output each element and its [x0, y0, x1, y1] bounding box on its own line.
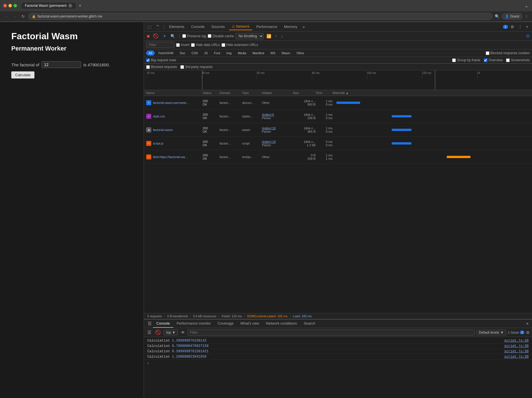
tab-sources[interactable]: Sources	[209, 23, 228, 30]
close-window-button[interactable]	[3, 4, 7, 7]
type-img-button[interactable]: Img	[224, 51, 234, 56]
issue-badge[interactable]: 1 Issue 1	[508, 331, 524, 334]
hide-data-urls-checkbox[interactable]: Hide data URLs	[191, 43, 220, 47]
browser-tab-active[interactable]: Factorial Wasm (permanent ×	[21, 3, 76, 9]
tab-whats-new[interactable]: What's new	[237, 320, 262, 328]
element-picker-icon[interactable]: ⬚	[146, 24, 153, 30]
group-by-frame-checkbox[interactable]: Group by frame	[452, 58, 480, 62]
type-wasm-button[interactable]: Wasm	[279, 51, 293, 56]
type-other-button[interactable]: Other	[294, 51, 307, 56]
new-tab-button[interactable]: +	[77, 2, 84, 9]
filter-icon[interactable]: ▼	[161, 33, 168, 39]
guest-button[interactable]: 👤 Guest	[502, 13, 522, 19]
invert-checkbox[interactable]: Invert	[176, 43, 189, 47]
console-filter-input[interactable]	[188, 329, 475, 336]
console-expand-chevron[interactable]: ›	[144, 360, 532, 366]
console-settings-icon[interactable]: ⚙	[526, 330, 530, 335]
search-icon[interactable]: 🔍	[169, 33, 176, 39]
third-party-input[interactable]	[180, 65, 184, 69]
console-sidebar-icon[interactable]: ☰	[146, 320, 153, 327]
network-table[interactable]: Name Status Domain Type Initiator Size T…	[144, 90, 532, 313]
tab-performance[interactable]: Performance	[253, 23, 280, 30]
hide-ext-urls-input[interactable]	[222, 43, 225, 47]
log-link[interactable]: script.js:30	[504, 339, 529, 343]
devtools-more-icon[interactable]: ⋮	[517, 24, 524, 30]
record-button[interactable]: ⏺	[146, 34, 150, 38]
table-row[interactable]: ▦ factorial.wasm 200OK factori... wasm (…	[144, 123, 532, 137]
import-icon[interactable]: ↓	[280, 33, 284, 39]
log-link[interactable]: script.js:30	[504, 349, 529, 353]
nav-refresh-button[interactable]: ↻	[20, 14, 26, 19]
overview-input[interactable]	[484, 58, 487, 62]
disable-cache-checkbox[interactable]: Disable cache	[208, 34, 234, 38]
table-row[interactable]: ≡ factorial-wasm-permane... 200OK factor…	[144, 96, 532, 110]
screenshots-checkbox[interactable]: Screenshots	[506, 58, 530, 62]
blocked-requests-input[interactable]	[146, 65, 150, 69]
tab-console-bottom[interactable]: Console	[153, 320, 173, 328]
clear-console-button[interactable]: 🚫	[154, 329, 162, 336]
nav-forward-button[interactable]: →	[12, 14, 18, 19]
big-request-rows-checkbox[interactable]: Big request rows	[146, 58, 176, 62]
tab-network[interactable]: ⚠ Network	[229, 23, 252, 30]
tab-search[interactable]: Search	[300, 320, 319, 328]
nav-back-button[interactable]: ←	[3, 14, 10, 19]
throttle-select[interactable]: No throttling	[236, 33, 264, 39]
execution-context-selector[interactable]: top ▼	[164, 330, 178, 335]
log-link[interactable]: script.js:30	[504, 344, 529, 348]
network-settings-icon[interactable]: ⚙	[526, 33, 530, 39]
zoom-icon[interactable]: 🔍	[495, 14, 500, 19]
preserve-log-input[interactable]	[182, 34, 186, 38]
tab-coverage[interactable]: Coverage	[214, 320, 237, 328]
table-row[interactable]: </> script.js 200OK factori... script (i…	[144, 137, 532, 150]
tab-performance-monitor[interactable]: Performance monitor	[173, 320, 214, 328]
type-media-button[interactable]: Media	[235, 51, 249, 56]
hide-ext-urls-checkbox[interactable]: Hide extension URLs	[222, 43, 258, 47]
calculate-button[interactable]: Calculate	[11, 71, 34, 78]
screenshots-input[interactable]	[506, 58, 510, 62]
factorial-input[interactable]	[41, 61, 81, 68]
table-row[interactable]: ↗ style.css 200OK factori... styles... (…	[144, 110, 532, 123]
big-request-rows-input[interactable]	[146, 58, 150, 62]
type-all-button[interactable]: All	[146, 51, 155, 56]
console-sidebar-toggle[interactable]: ☰	[146, 329, 152, 336]
default-levels-selector[interactable]: Default levels ▼	[476, 330, 506, 335]
console-pane-close-button[interactable]: ×	[525, 320, 530, 327]
more-tabs-icon[interactable]: »	[301, 24, 306, 30]
device-toolbar-icon[interactable]: 📱	[154, 24, 161, 30]
log-link[interactable]: script.js:30	[504, 355, 529, 359]
eye-icon[interactable]: 👁	[180, 330, 186, 335]
third-party-checkbox[interactable]: 3rd-party requests	[180, 65, 213, 69]
blocked-response-cookies-checkbox[interactable]: Blocked response cookies	[486, 51, 530, 55]
tab-console[interactable]: Console	[188, 23, 207, 30]
blocked-requests-checkbox[interactable]: Blocked requests	[146, 65, 177, 69]
type-manifest-button[interactable]: Manifest	[250, 51, 267, 56]
maximize-window-button[interactable]	[14, 4, 17, 7]
initiator-link[interactable]: (index):10	[262, 126, 293, 130]
minimize-window-button[interactable]	[8, 4, 12, 7]
overview-checkbox[interactable]: Overview	[484, 58, 503, 62]
disable-cache-input[interactable]	[208, 34, 211, 38]
address-bar[interactable]: 🔒 factorial-wasm-permanent-worker.glitch…	[28, 13, 492, 20]
tab-close-button[interactable]: ×	[68, 4, 72, 8]
filter-input[interactable]	[146, 42, 174, 48]
type-fetch-xhr-button[interactable]: Fetch/XHR	[156, 51, 176, 56]
clear-button[interactable]: 🚫	[152, 33, 160, 39]
network-conditions-icon[interactable]: 📶	[265, 33, 272, 39]
issues-badge[interactable]: 1	[503, 25, 508, 29]
more-options-icon[interactable]: ⋮	[525, 14, 529, 19]
type-css-button[interactable]: CSS	[189, 51, 201, 56]
type-js-button[interactable]: JS	[202, 51, 210, 56]
tab-network-conditions[interactable]: Network conditions	[262, 320, 300, 328]
initiator-link[interactable]: (index):14	[262, 140, 293, 143]
hide-data-urls-input[interactable]	[191, 43, 195, 47]
initiator-link[interactable]: (index):5	[262, 113, 293, 116]
collapse-button[interactable]: ⌄	[524, 3, 529, 9]
table-row[interactable]: </> blob:https://factorial-wa... 200OK f…	[144, 150, 532, 164]
type-doc-button[interactable]: Doc	[177, 51, 188, 56]
tab-elements[interactable]: Elements	[166, 23, 187, 30]
type-ws-button[interactable]: WS	[268, 51, 278, 56]
export-har-icon[interactable]: ↑	[274, 33, 278, 39]
devtools-close-icon[interactable]: ×	[525, 24, 530, 30]
preserve-log-checkbox[interactable]: Preserve log	[182, 34, 206, 38]
blocked-resp-input[interactable]	[486, 51, 489, 55]
